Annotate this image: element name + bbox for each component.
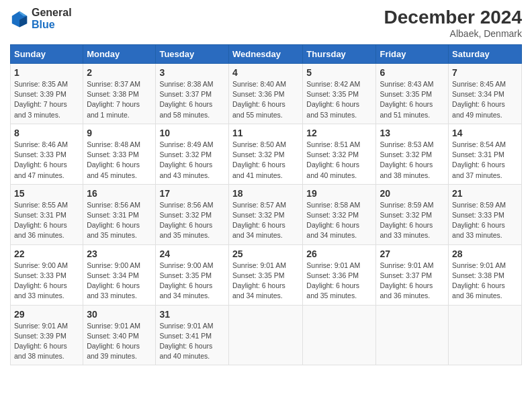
calendar-cell bbox=[376, 305, 449, 365]
calendar-cell: 2Sunrise: 8:37 AMSunset: 3:38 PMDaylight… bbox=[83, 64, 156, 124]
day-number: 5 bbox=[306, 67, 372, 78]
day-number: 4 bbox=[232, 67, 299, 78]
day-number: 10 bbox=[159, 128, 225, 138]
day-number: 6 bbox=[380, 67, 445, 78]
calendar-cell: 14Sunrise: 8:54 AMSunset: 3:31 PMDayligh… bbox=[449, 124, 522, 184]
day-info: Sunrise: 8:46 AMSunset: 3:33 PMDaylight:… bbox=[14, 140, 79, 181]
location: Albaek, Denmark bbox=[384, 28, 522, 39]
day-number: 18 bbox=[232, 188, 299, 199]
day-info: Sunrise: 8:59 AMSunset: 3:33 PMDaylight:… bbox=[452, 200, 518, 241]
day-info: Sunrise: 8:48 AMSunset: 3:33 PMDaylight:… bbox=[87, 140, 152, 181]
day-number: 7 bbox=[452, 67, 518, 78]
calendar-cell: 28Sunrise: 9:01 AMSunset: 3:38 PMDayligh… bbox=[449, 244, 522, 305]
day-info: Sunrise: 8:59 AMSunset: 3:32 PMDaylight:… bbox=[380, 200, 445, 241]
day-info: Sunrise: 9:01 AMSunset: 3:36 PMDaylight:… bbox=[306, 261, 372, 302]
day-info: Sunrise: 9:00 AMSunset: 3:35 PMDaylight:… bbox=[159, 261, 225, 302]
calendar-cell: 20Sunrise: 8:59 AMSunset: 3:32 PMDayligh… bbox=[376, 184, 449, 244]
day-info: Sunrise: 8:58 AMSunset: 3:32 PMDaylight:… bbox=[306, 200, 372, 241]
day-number: 16 bbox=[87, 188, 152, 199]
day-number: 29 bbox=[14, 309, 79, 320]
day-info: Sunrise: 8:40 AMSunset: 3:36 PMDaylight:… bbox=[232, 79, 299, 120]
day-number: 17 bbox=[159, 188, 225, 199]
day-info: Sunrise: 8:42 AMSunset: 3:35 PMDaylight:… bbox=[306, 79, 372, 120]
day-info: Sunrise: 9:01 AMSunset: 3:37 PMDaylight:… bbox=[380, 261, 445, 302]
month-title: December 2024 bbox=[384, 7, 522, 28]
day-info: Sunrise: 9:01 AMSunset: 3:40 PMDaylight:… bbox=[87, 321, 152, 362]
day-number: 3 bbox=[159, 67, 225, 78]
logo-icon bbox=[10, 9, 29, 28]
calendar-cell: 15Sunrise: 8:55 AMSunset: 3:31 PMDayligh… bbox=[11, 184, 83, 244]
week-row-5: 29Sunrise: 9:01 AMSunset: 3:39 PMDayligh… bbox=[11, 305, 522, 365]
day-number: 26 bbox=[306, 248, 372, 259]
day-number: 25 bbox=[232, 248, 299, 259]
calendar-cell: 10Sunrise: 8:49 AMSunset: 3:32 PMDayligh… bbox=[156, 124, 229, 184]
calendar-cell: 7Sunrise: 8:45 AMSunset: 3:34 PMDaylight… bbox=[449, 64, 522, 124]
day-info: Sunrise: 8:53 AMSunset: 3:32 PMDaylight:… bbox=[380, 140, 445, 181]
day-number: 20 bbox=[380, 188, 445, 199]
calendar-cell: 21Sunrise: 8:59 AMSunset: 3:33 PMDayligh… bbox=[449, 184, 522, 244]
calendar-cell: 13Sunrise: 8:53 AMSunset: 3:32 PMDayligh… bbox=[376, 124, 449, 184]
day-number: 23 bbox=[87, 248, 152, 259]
header: General Blue December 2024 Albaek, Denma… bbox=[10, 7, 522, 39]
week-row-4: 22Sunrise: 9:00 AMSunset: 3:33 PMDayligh… bbox=[11, 244, 522, 305]
day-info: Sunrise: 9:00 AMSunset: 3:33 PMDaylight:… bbox=[14, 261, 79, 302]
calendar-cell: 22Sunrise: 9:00 AMSunset: 3:33 PMDayligh… bbox=[11, 244, 83, 305]
calendar-table: SundayMondayTuesdayWednesdayThursdayFrid… bbox=[10, 44, 522, 365]
calendar-cell: 17Sunrise: 8:56 AMSunset: 3:32 PMDayligh… bbox=[156, 184, 229, 244]
calendar-cell: 29Sunrise: 9:01 AMSunset: 3:39 PMDayligh… bbox=[11, 305, 83, 365]
weekday-header-thursday: Thursday bbox=[303, 45, 376, 64]
day-info: Sunrise: 9:00 AMSunset: 3:34 PMDaylight:… bbox=[87, 261, 152, 302]
day-info: Sunrise: 9:01 AMSunset: 3:41 PMDaylight:… bbox=[159, 321, 225, 362]
calendar-cell: 4Sunrise: 8:40 AMSunset: 3:36 PMDaylight… bbox=[228, 64, 302, 124]
calendar-cell: 5Sunrise: 8:42 AMSunset: 3:35 PMDaylight… bbox=[303, 64, 376, 124]
day-number: 12 bbox=[306, 128, 372, 138]
calendar-cell: 23Sunrise: 9:00 AMSunset: 3:34 PMDayligh… bbox=[83, 244, 156, 305]
calendar-cell: 9Sunrise: 8:48 AMSunset: 3:33 PMDaylight… bbox=[83, 124, 156, 184]
week-row-2: 8Sunrise: 8:46 AMSunset: 3:33 PMDaylight… bbox=[11, 124, 522, 184]
day-info: Sunrise: 8:49 AMSunset: 3:32 PMDaylight:… bbox=[159, 140, 225, 181]
calendar-cell: 19Sunrise: 8:58 AMSunset: 3:32 PMDayligh… bbox=[303, 184, 376, 244]
day-info: Sunrise: 8:50 AMSunset: 3:32 PMDaylight:… bbox=[232, 140, 299, 181]
day-info: Sunrise: 8:38 AMSunset: 3:37 PMDaylight:… bbox=[159, 79, 225, 120]
day-info: Sunrise: 8:35 AMSunset: 3:39 PMDaylight:… bbox=[14, 79, 79, 120]
day-info: Sunrise: 9:01 AMSunset: 3:38 PMDaylight:… bbox=[452, 261, 518, 302]
day-number: 27 bbox=[380, 248, 445, 259]
day-number: 19 bbox=[306, 188, 372, 199]
weekday-header-saturday: Saturday bbox=[449, 45, 522, 64]
day-info: Sunrise: 8:43 AMSunset: 3:35 PMDaylight:… bbox=[380, 79, 445, 120]
calendar-cell: 16Sunrise: 8:56 AMSunset: 3:31 PMDayligh… bbox=[83, 184, 156, 244]
day-number: 15 bbox=[14, 188, 79, 199]
calendar-cell: 12Sunrise: 8:51 AMSunset: 3:32 PMDayligh… bbox=[303, 124, 376, 184]
calendar-cell: 11Sunrise: 8:50 AMSunset: 3:32 PMDayligh… bbox=[228, 124, 302, 184]
day-info: Sunrise: 8:37 AMSunset: 3:38 PMDaylight:… bbox=[87, 79, 152, 120]
weekday-header-tuesday: Tuesday bbox=[156, 45, 229, 64]
calendar-cell: 24Sunrise: 9:00 AMSunset: 3:35 PMDayligh… bbox=[156, 244, 229, 305]
day-number: 13 bbox=[380, 128, 445, 138]
day-info: Sunrise: 9:01 AMSunset: 3:35 PMDaylight:… bbox=[232, 261, 299, 302]
calendar-cell: 1Sunrise: 8:35 AMSunset: 3:39 PMDaylight… bbox=[11, 64, 83, 124]
day-number: 1 bbox=[14, 67, 79, 78]
main-container: General Blue December 2024 Albaek, Denma… bbox=[0, 0, 532, 372]
logo: General Blue bbox=[10, 7, 72, 31]
logo-text: General Blue bbox=[32, 7, 72, 31]
day-number: 24 bbox=[159, 248, 225, 259]
weekday-header-wednesday: Wednesday bbox=[228, 45, 302, 64]
calendar-cell bbox=[303, 305, 376, 365]
calendar-cell: 6Sunrise: 8:43 AMSunset: 3:35 PMDaylight… bbox=[376, 64, 449, 124]
day-info: Sunrise: 8:51 AMSunset: 3:32 PMDaylight:… bbox=[306, 140, 372, 181]
week-row-3: 15Sunrise: 8:55 AMSunset: 3:31 PMDayligh… bbox=[11, 184, 522, 244]
day-number: 11 bbox=[232, 128, 299, 138]
day-number: 9 bbox=[87, 128, 152, 138]
calendar-cell: 27Sunrise: 9:01 AMSunset: 3:37 PMDayligh… bbox=[376, 244, 449, 305]
day-info: Sunrise: 8:54 AMSunset: 3:31 PMDaylight:… bbox=[452, 140, 518, 181]
day-number: 21 bbox=[452, 188, 518, 199]
weekday-header-row: SundayMondayTuesdayWednesdayThursdayFrid… bbox=[11, 45, 522, 64]
weekday-header-friday: Friday bbox=[376, 45, 449, 64]
weekday-header-sunday: Sunday bbox=[11, 45, 83, 64]
day-number: 14 bbox=[452, 128, 518, 138]
calendar-cell: 18Sunrise: 8:57 AMSunset: 3:32 PMDayligh… bbox=[228, 184, 302, 244]
day-info: Sunrise: 9:01 AMSunset: 3:39 PMDaylight:… bbox=[14, 321, 79, 362]
calendar-cell bbox=[449, 305, 522, 365]
weekday-header-monday: Monday bbox=[83, 45, 156, 64]
day-info: Sunrise: 8:55 AMSunset: 3:31 PMDaylight:… bbox=[14, 200, 79, 241]
